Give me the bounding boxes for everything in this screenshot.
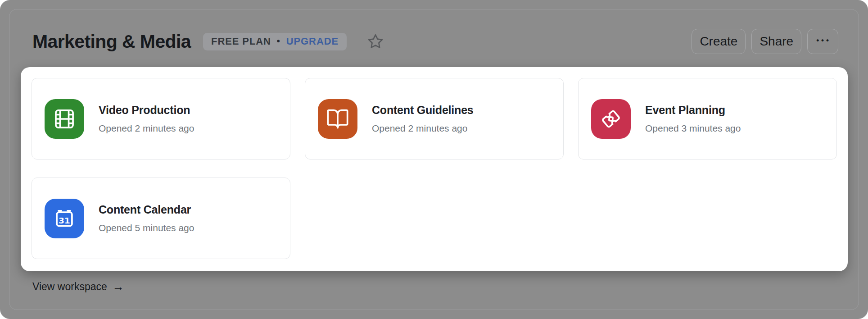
bases-panel: Video Production Opened 2 minutes ago Co…	[21, 67, 848, 271]
base-title: Content Guidelines	[372, 104, 474, 117]
base-title: Content Calendar	[99, 203, 194, 216]
bases-grid: Video Production Opened 2 minutes ago Co…	[32, 78, 837, 259]
ticket-icon	[591, 99, 631, 139]
svg-text:31: 31	[59, 215, 70, 225]
share-button[interactable]: Share	[751, 29, 801, 54]
create-button[interactable]: Create	[692, 29, 746, 54]
base-title: Video Production	[99, 104, 194, 117]
base-title: Event Planning	[645, 104, 741, 117]
plan-label: FREE PLAN	[211, 36, 271, 47]
card-content-calendar[interactable]: 31 Content Calendar Opened 5 minutes ago	[32, 178, 290, 259]
card-content-guidelines[interactable]: Content Guidelines Opened 2 minutes ago	[305, 78, 564, 160]
base-opened-time: Opened 2 minutes ago	[99, 123, 194, 134]
base-opened-time: Opened 5 minutes ago	[99, 223, 194, 233]
view-workspace-label: View workspace	[32, 281, 107, 293]
calendar-31-icon: 31	[45, 199, 84, 238]
book-open-icon	[318, 99, 357, 139]
workspace-widget: Marketing & Media FREE PLAN • UPGRADE Cr…	[0, 0, 868, 319]
base-opened-time: Opened 2 minutes ago	[372, 123, 474, 134]
ellipsis-icon: •••	[814, 36, 831, 45]
more-button[interactable]: •••	[807, 29, 838, 54]
upgrade-link[interactable]: UPGRADE	[286, 36, 339, 47]
film-icon	[45, 99, 84, 139]
card-event-planning[interactable]: Event Planning Opened 3 minutes ago	[578, 78, 837, 160]
star-icon[interactable]	[366, 32, 384, 50]
card-video-production[interactable]: Video Production Opened 2 minutes ago	[32, 78, 290, 160]
workspace-title: Marketing & Media	[32, 31, 191, 52]
widget-header: Marketing & Media FREE PLAN • UPGRADE Cr…	[32, 28, 838, 55]
arrow-right-icon: →	[113, 281, 124, 292]
dot-separator: •	[277, 36, 280, 46]
base-opened-time: Opened 3 minutes ago	[645, 123, 741, 134]
plan-badge: FREE PLAN • UPGRADE	[203, 33, 347, 50]
view-workspace-link[interactable]: View workspace →	[32, 281, 124, 293]
